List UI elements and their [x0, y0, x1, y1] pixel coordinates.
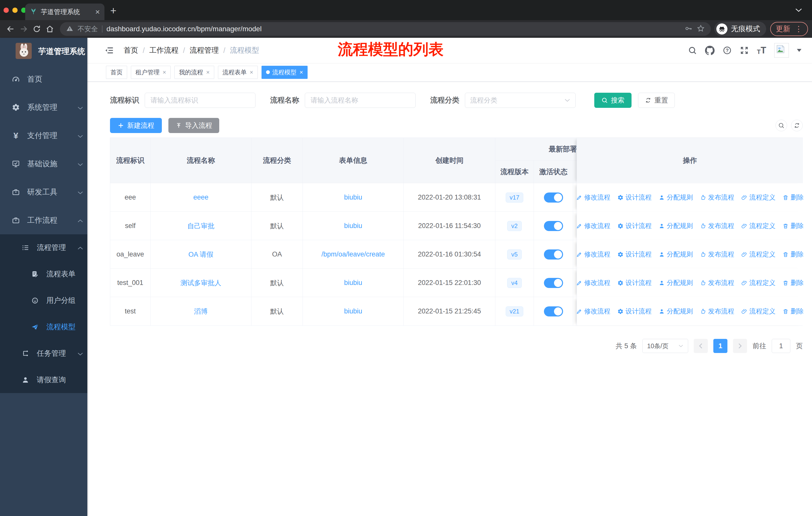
import-process-button[interactable]: 导入流程 — [168, 118, 219, 133]
form-info-link[interactable]: biubiu — [344, 193, 362, 201]
active-toggle[interactable] — [544, 278, 563, 288]
new-tab-button[interactable]: + — [110, 5, 117, 16]
assign-rule-link[interactable]: 分配规则 — [659, 278, 693, 287]
reset-button[interactable]: 重置 — [638, 93, 675, 108]
delete-link[interactable]: 删除 — [783, 278, 804, 287]
process-category-select[interactable]: 流程分类 — [465, 93, 576, 108]
help-icon[interactable]: ? — [723, 46, 732, 55]
form-info-link[interactable]: /bpm/oa/leave/create — [321, 250, 385, 258]
publish-process-link[interactable]: 发布流程 — [700, 221, 734, 230]
breadcrumb-workflow[interactable]: 工作流程 — [149, 45, 178, 55]
publish-process-link[interactable]: 发布流程 — [700, 278, 734, 287]
prev-page-button[interactable] — [694, 339, 708, 353]
sidebar-item-process-form[interactable]: 流程表单 — [0, 261, 87, 287]
search-button[interactable]: 搜索 — [594, 93, 632, 108]
fullscreen-icon[interactable] — [740, 46, 749, 55]
assign-rule-link[interactable]: 分配规则 — [659, 250, 693, 259]
breadcrumb-home[interactable]: 首页 — [123, 45, 138, 55]
browser-update-button[interactable]: 更新 ⋮ — [770, 22, 808, 36]
home-button[interactable] — [43, 22, 56, 35]
next-page-button[interactable] — [733, 339, 747, 353]
password-key-icon[interactable] — [685, 24, 693, 33]
delete-link[interactable]: 删除 — [783, 221, 804, 230]
sidebar-item-infra[interactable]: 基础设施 — [0, 150, 87, 178]
tag-home[interactable]: 首页 — [106, 66, 127, 79]
edit-process-link[interactable]: 修改流程 — [576, 278, 610, 287]
avatar-caret-down-icon[interactable] — [797, 49, 802, 52]
publish-process-link[interactable]: 发布流程 — [700, 250, 734, 259]
form-info-link[interactable]: biubiu — [344, 222, 362, 230]
active-toggle[interactable] — [544, 221, 563, 231]
delete-link[interactable]: 删除 — [783, 193, 804, 202]
search-icon[interactable] — [688, 46, 697, 55]
browser-menu-dots-icon[interactable]: ⋮ — [795, 25, 803, 33]
window-minimize-button[interactable] — [12, 7, 18, 13]
sidebar-item-task-management[interactable]: 任务管理 — [0, 340, 87, 366]
reload-button[interactable] — [30, 22, 43, 35]
process-definition-link[interactable]: 流程定义 — [741, 193, 776, 202]
tag-my-process[interactable]: 我的流程 × — [174, 66, 214, 79]
active-toggle[interactable] — [544, 306, 563, 317]
process-definition-link[interactable]: 流程定义 — [741, 307, 776, 316]
edit-process-link[interactable]: 修改流程 — [576, 221, 610, 230]
security-warning-icon[interactable] — [66, 25, 74, 33]
delete-link[interactable]: 删除 — [783, 307, 804, 316]
page-size-select[interactable]: 10条/页 — [642, 339, 688, 353]
create-process-button[interactable]: 新建流程 — [110, 118, 162, 133]
process-name-link[interactable]: 自己审批 — [187, 221, 214, 230]
design-process-link[interactable]: 设计流程 — [617, 278, 652, 287]
avatar[interactable] — [774, 43, 789, 58]
forward-button[interactable] — [17, 22, 30, 35]
breadcrumb-process-management[interactable]: 流程管理 — [190, 45, 219, 55]
page-1-button[interactable]: 1 — [713, 339, 727, 353]
url-text[interactable]: dashboard.yudao.iocoder.cn/bpm/manager/m… — [107, 25, 680, 33]
tab-close-icon[interactable]: × — [95, 8, 100, 16]
logo-row[interactable]: 芋道管理系统 — [0, 38, 87, 65]
process-name-link[interactable]: OA 请假 — [188, 250, 213, 259]
process-name-input[interactable] — [305, 93, 415, 108]
process-name-link[interactable]: 测试多审批人 — [180, 278, 221, 288]
window-close-button[interactable] — [3, 7, 9, 13]
tag-close-icon[interactable]: × — [299, 69, 303, 75]
process-name-link[interactable]: 滔博 — [194, 307, 208, 316]
url-bar[interactable]: 不安全 dashboard.yudao.iocoder.cn/bpm/manag… — [60, 22, 711, 36]
sidebar-item-leave-query[interactable]: 请假查询 — [0, 366, 87, 393]
process-name-link[interactable]: eeee — [193, 193, 208, 201]
assign-rule-link[interactable]: 分配规则 — [659, 193, 693, 202]
edit-process-link[interactable]: 修改流程 — [576, 250, 610, 259]
assign-rule-link[interactable]: 分配规则 — [659, 221, 693, 230]
back-button[interactable] — [4, 22, 17, 35]
font-size-icon[interactable]: TT — [757, 46, 766, 55]
publish-process-link[interactable]: 发布流程 — [700, 307, 734, 316]
sidebar-item-payment[interactable]: ¥ 支付管理 — [0, 121, 87, 150]
design-process-link[interactable]: 设计流程 — [617, 307, 652, 316]
process-definition-link[interactable]: 流程定义 — [741, 250, 776, 259]
refresh-table-button[interactable] — [791, 120, 803, 131]
publish-process-link[interactable]: 发布流程 — [700, 193, 734, 202]
design-process-link[interactable]: 设计流程 — [617, 250, 652, 259]
tag-process-form[interactable]: 流程表单 × — [218, 66, 258, 79]
tab-search-chevron-icon[interactable] — [795, 7, 803, 13]
design-process-link[interactable]: 设计流程 — [617, 221, 652, 230]
bookmark-star-icon[interactable] — [697, 24, 705, 33]
sidebar-item-system[interactable]: 系统管理 — [0, 93, 87, 121]
process-definition-link[interactable]: 流程定义 — [741, 278, 776, 287]
delete-link[interactable]: 删除 — [783, 250, 804, 259]
tag-close-icon[interactable]: × — [206, 69, 210, 75]
edit-process-link[interactable]: 修改流程 — [576, 193, 610, 202]
active-toggle[interactable] — [544, 249, 563, 260]
tag-tenant[interactable]: 租户管理 × — [131, 66, 171, 79]
sidebar-item-home[interactable]: 首页 — [0, 65, 87, 93]
edit-process-link[interactable]: 修改流程 — [576, 307, 610, 316]
sidebar-item-devtools[interactable]: 研发工具 — [0, 178, 87, 206]
process-id-input[interactable] — [145, 93, 256, 108]
github-icon[interactable] — [705, 46, 715, 55]
goto-page-input[interactable] — [772, 339, 790, 353]
tag-close-icon[interactable]: × — [250, 69, 253, 75]
toggle-search-button[interactable] — [776, 120, 787, 131]
sidebar-item-process-model[interactable]: 流程模型 — [0, 314, 87, 340]
form-info-link[interactable]: biubiu — [344, 279, 362, 287]
form-info-link[interactable]: biubiu — [344, 307, 362, 315]
browser-tab[interactable]: 芋道管理系统 × — [25, 3, 105, 20]
tag-process-model[interactable]: 流程模型 × — [262, 66, 308, 79]
